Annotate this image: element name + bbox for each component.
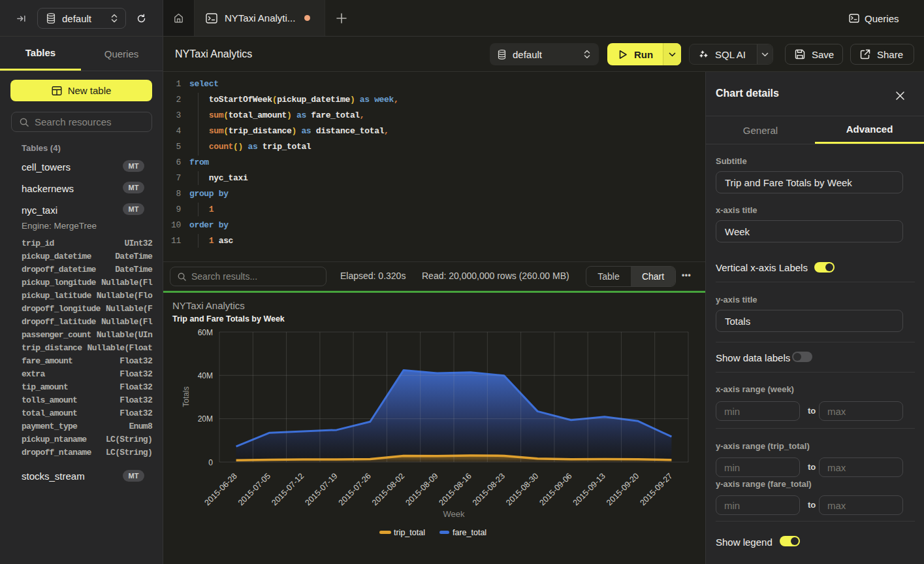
svg-text:2015-09-13: 2015-09-13 (571, 471, 607, 507)
svg-text:2015-07-12: 2015-07-12 (270, 471, 306, 507)
svg-text:Totals: Totals (182, 386, 191, 406)
svg-text:60M: 60M (198, 328, 213, 337)
svg-text:2015-07-05: 2015-07-05 (236, 471, 272, 507)
svg-text:0: 0 (208, 458, 213, 467)
svg-text:trip_total: trip_total (394, 528, 425, 537)
svg-text:20M: 20M (198, 414, 213, 423)
svg-text:2015-08-09: 2015-08-09 (404, 471, 439, 507)
svg-text:2015-08-02: 2015-08-02 (370, 471, 406, 507)
svg-text:2015-08-30: 2015-08-30 (504, 471, 540, 507)
svg-text:2015-06-28: 2015-06-28 (203, 471, 239, 507)
svg-text:Trip and Fare Totals by Week: Trip and Fare Totals by Week (172, 314, 285, 323)
svg-text:fare_total: fare_total (453, 528, 486, 537)
svg-text:Week: Week (443, 509, 465, 519)
svg-text:NYTaxi Analytics: NYTaxi Analytics (172, 300, 245, 311)
svg-text:2015-09-20: 2015-09-20 (605, 471, 641, 507)
svg-text:2015-09-27: 2015-09-27 (638, 471, 674, 507)
svg-text:2015-07-19: 2015-07-19 (304, 471, 340, 507)
svg-text:2015-08-23: 2015-08-23 (471, 471, 507, 507)
svg-text:2015-07-26: 2015-07-26 (337, 471, 373, 507)
svg-text:2015-08-16: 2015-08-16 (438, 471, 473, 507)
svg-text:40M: 40M (198, 371, 213, 380)
svg-text:2015-09-06: 2015-09-06 (538, 471, 574, 507)
